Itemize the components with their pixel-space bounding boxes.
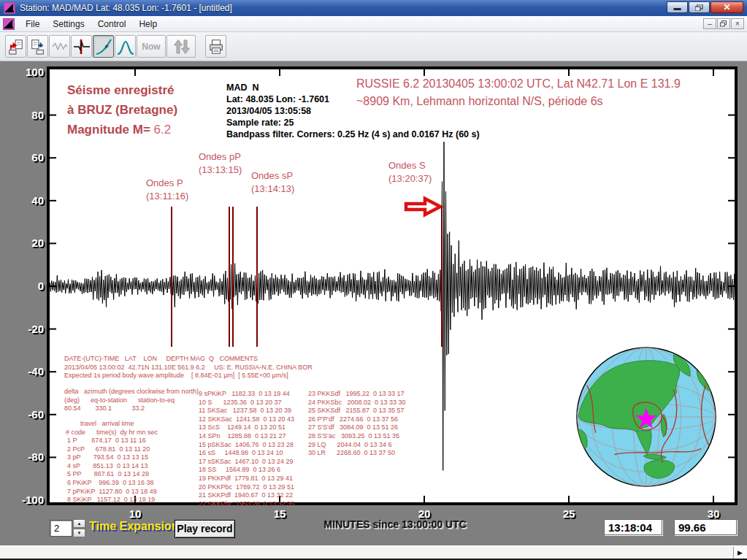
child-close-button[interactable]: × [731, 18, 744, 29]
menu-help[interactable]: Help [132, 17, 164, 31]
child-restore-icon [720, 20, 727, 27]
x-tick-label: 25 [553, 507, 585, 520]
title-bar: Station: MAD/MAD Lat: 48.035 Lon: -1.760… [0, 0, 747, 16]
y-tick-label: -100 [0, 494, 44, 506]
save-file-button[interactable] [27, 35, 48, 58]
waveform-view-button[interactable] [49, 35, 70, 58]
import-icon [8, 38, 24, 55]
current-time-field[interactable] [604, 519, 662, 535]
filter-button[interactable]: P [93, 35, 114, 58]
app-icon [4, 2, 15, 14]
stepper-up-button[interactable]: ▲ [73, 519, 85, 528]
mdi-child-icon[interactable] [3, 18, 15, 30]
menu-settings[interactable]: Settings [46, 17, 91, 31]
now-button-label: Now [142, 42, 160, 52]
export-icon [30, 38, 46, 55]
print-icon [208, 38, 224, 55]
y-tick-label: 60 [0, 151, 44, 164]
pick-phase-icon [73, 38, 91, 55]
menu-bar: FileSettingsControlHelp – × [0, 16, 747, 32]
restore-button[interactable] [689, 1, 710, 13]
time-expansion-input[interactable] [50, 520, 72, 537]
close-button[interactable]: ✕ [710, 1, 743, 13]
bell-curve-icon [117, 37, 134, 56]
waveform-icon [52, 38, 68, 55]
y-tick-label: -40 [0, 365, 44, 377]
menu-items: FileSettingsControlHelp [19, 17, 164, 31]
y-tick-label: -20 [0, 323, 44, 335]
x-tick-label: 30 [697, 507, 729, 520]
x-tick-label: 10 [119, 507, 151, 520]
filter-curve-icon: P [95, 37, 112, 56]
pick-phase-button[interactable] [71, 35, 92, 58]
y-tick-label: -60 [0, 408, 44, 421]
now-button[interactable]: Now [137, 35, 166, 58]
child-restore-button[interactable] [717, 18, 730, 29]
application-window: Station: MAD/MAD Lat: 48.035 Lon: -1.760… [0, 0, 747, 560]
y-tick-label: 100 [0, 66, 44, 78]
print-button[interactable] [205, 35, 226, 58]
y-tick-label: 40 [0, 194, 44, 207]
y-tick-label: 0 [0, 280, 44, 292]
svg-text:P: P [105, 45, 109, 50]
restore-icon [695, 4, 703, 11]
time-expansion-stepper: ▲ ▼ [73, 519, 85, 537]
menu-control[interactable]: Control [91, 17, 133, 31]
horizontal-scrollbar[interactable]: ▶ [0, 545, 747, 560]
minimize-button[interactable]: ▬ [667, 1, 688, 13]
y-tick-label: -80 [0, 450, 44, 463]
play-record-button[interactable]: Play record [175, 520, 235, 538]
x-tick-label: 20 [408, 507, 440, 520]
seismogram-trace[interactable] [50, 69, 735, 502]
x-axis-title: MINUTES since 13:00:00 UTC [289, 518, 501, 530]
toolbar: P Now [0, 32, 747, 61]
scroll-updown-button[interactable] [166, 35, 196, 58]
amplitude-field[interactable] [674, 519, 737, 535]
seismogram-chart[interactable] [47, 66, 738, 505]
window-title: Station: MAD/MAD Lat: 48.035 Lon: -1.760… [20, 3, 232, 13]
updown-arrows-icon [172, 38, 191, 55]
scroll-right-arrow-icon[interactable]: ▶ [733, 547, 746, 559]
x-tick-label: 15 [264, 507, 296, 520]
axis-layer: Séisme enregistré à BRUZ (Bretagne) Magn… [0, 0, 747, 545]
menu-file[interactable]: File [19, 17, 46, 31]
y-tick-label: 20 [0, 237, 44, 249]
time-expansion-label: Time Expansion [89, 520, 178, 533]
open-file-button[interactable] [5, 35, 26, 58]
bell-curve-button[interactable] [115, 35, 136, 58]
stepper-down-button[interactable]: ▼ [73, 529, 85, 537]
y-tick-label: 80 [0, 109, 44, 121]
child-minimize-button[interactable]: – [703, 18, 716, 29]
